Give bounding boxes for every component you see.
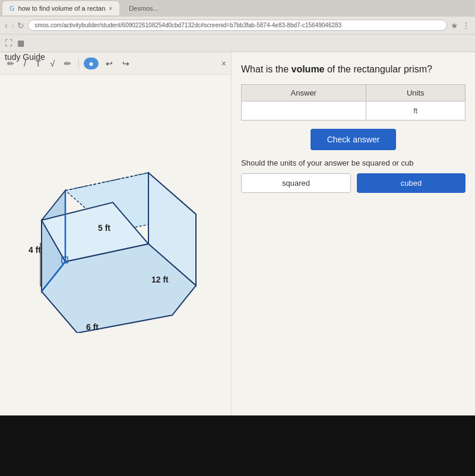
back-icon[interactable]: ‹ <box>5 21 8 30</box>
sqrt-icon: √ <box>50 59 55 68</box>
tab-active-label: how to find volume of a rectan <box>18 5 106 12</box>
tab-close-icon[interactable]: × <box>109 5 112 12</box>
answer-table: Answer Units ft <box>241 84 466 120</box>
content-area: ✏ / T √ ✏ ● ↩ ↪ × <box>0 52 475 415</box>
answer-row: ft <box>242 101 466 120</box>
url-input[interactable]: smos.com/activitybuilder/student/6090226… <box>28 20 447 31</box>
svg-text:5 ft: 5 ft <box>98 223 110 233</box>
study-guide-label: tudy Guide <box>5 52 45 62</box>
reload-icon[interactable]: ↻ <box>17 21 24 30</box>
svg-text:12 ft: 12 ft <box>151 275 169 284</box>
chrome-icons: ⛶ ▦ <box>0 34 475 52</box>
sqrt-button[interactable]: √ <box>48 58 57 69</box>
units-column-header: Units <box>366 85 465 101</box>
close-icon[interactable]: × <box>221 59 226 68</box>
active-tool-button[interactable]: ● <box>84 58 98 69</box>
address-bar: ‹ › ↻ smos.com/activitybuilder/student/6… <box>0 17 475 34</box>
answer-column-header: Answer <box>242 85 366 101</box>
toolbar-separator <box>78 58 79 69</box>
svg-text:6 ft: 6 ft <box>86 322 99 332</box>
question-title: What is the volume of the rectangular pr… <box>241 64 466 75</box>
tab-inactive-label: Desmos... <box>129 5 159 12</box>
units-cell: ft <box>366 101 465 120</box>
left-panel: ✏ / T √ ✏ ● ↩ ↪ × <box>0 52 232 415</box>
units-buttons-group: squared cubed <box>241 173 466 193</box>
diagram-area: 4 ft 5 ft 12 ft 6 ft <box>0 75 231 415</box>
units-question-text: Should the units of your answer be squar… <box>241 158 466 167</box>
tab-active[interactable]: G how to find volume of a rectan × <box>2 1 119 15</box>
undo-button[interactable]: ↩ <box>103 58 115 69</box>
expand-icon[interactable]: ⛶ <box>5 39 12 47</box>
prism-svg: 4 ft 5 ft 12 ft 6 ft <box>18 155 214 333</box>
check-answer-button[interactable]: Check answer <box>311 129 397 150</box>
bottom-bar <box>0 415 475 476</box>
redo-button[interactable]: ↪ <box>120 58 132 69</box>
cubed-button[interactable]: cubed <box>357 173 466 193</box>
url-text: smos.com/activitybuilder/student/6090226… <box>34 22 341 28</box>
calendar-icon[interactable]: ▦ <box>17 39 24 47</box>
answer-input-cell[interactable] <box>242 101 366 120</box>
menu-icon[interactable]: ⋮ <box>462 21 470 30</box>
star-icon[interactable]: ★ <box>451 21 458 30</box>
active-tool-icon: ● <box>88 59 93 68</box>
tab-inactive[interactable]: Desmos... <box>122 1 166 15</box>
right-panel: What is the volume of the rectangular pr… <box>232 52 475 415</box>
svg-text:4 ft: 4 ft <box>28 245 41 255</box>
prism-diagram: 4 ft 5 ft 12 ft 6 ft <box>18 155 214 335</box>
eraser-button[interactable]: ✏ <box>62 58 74 69</box>
tab-bar: G how to find volume of a rectan × Desmo… <box>0 0 475 17</box>
forward-icon[interactable]: › <box>11 21 14 30</box>
squared-button[interactable]: squared <box>241 173 351 193</box>
